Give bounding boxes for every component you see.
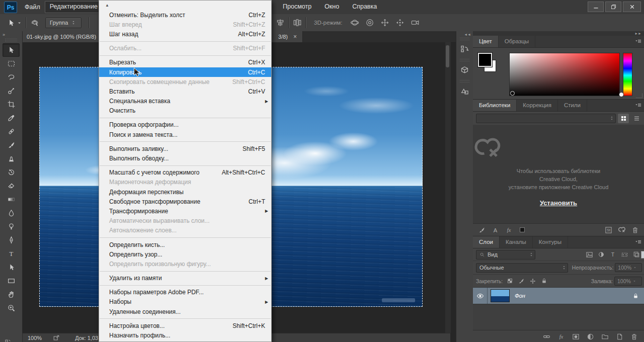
pan-3d-icon[interactable]	[380, 18, 389, 27]
lock-pixels-icon[interactable]	[518, 278, 525, 285]
tab-channels[interactable]: Каналы	[500, 236, 533, 248]
add-layer-style-icon[interactable]: fx	[505, 226, 513, 234]
menu-item-10[interactable]: Специальная вставка▶	[99, 97, 271, 106]
menu-item-19[interactable]: Масштаб с учетом содержимогоAlt+Shift+Ct…	[99, 168, 271, 178]
orbit-3d-icon[interactable]	[350, 18, 359, 27]
tool-preset-caret-icon[interactable]	[17, 20, 22, 26]
panel-menu-icon[interactable]	[634, 102, 642, 109]
align-icon[interactable]	[276, 18, 285, 27]
new-group-icon[interactable]	[601, 333, 609, 340]
share-icon[interactable]	[53, 334, 60, 341]
library-select-dropdown[interactable]	[476, 114, 616, 123]
swap-colors-icon[interactable]	[5, 339, 11, 342]
restore-button[interactable]	[605, 2, 621, 12]
dock-gripper[interactable]	[460, 59, 469, 61]
install-link[interactable]: Установить	[540, 199, 577, 207]
panel-resize-grip[interactable]	[636, 94, 642, 98]
tool-lasso[interactable]	[3, 70, 20, 84]
close-button[interactable]	[623, 2, 641, 12]
menu-item-33[interactable]: Наборы параметров Adobe PDF...	[99, 288, 271, 297]
cc-sync-icon[interactable]	[618, 226, 626, 234]
tool-pen[interactable]	[3, 233, 20, 247]
menu-item-16[interactable]: Выполнить заливку...Shift+F5	[99, 144, 271, 153]
camera-3d-icon[interactable]	[411, 18, 420, 27]
menu-item-34[interactable]: Наборы▶	[99, 297, 271, 307]
menu-item-38[interactable]: Назначить профиль...	[99, 330, 271, 340]
auto-select-group-dropdown[interactable]: Группа	[45, 18, 82, 28]
document-tab-active[interactable]: 01-sky.jpg @ 100% (RGB/8)	[23, 31, 107, 42]
panel-icon-history[interactable]	[458, 42, 472, 56]
tab-layers[interactable]: Слои	[473, 236, 500, 248]
list-view-button[interactable]	[631, 114, 642, 123]
blend-mode-dropdown[interactable]: Обычные	[476, 263, 568, 273]
hue-slider-dot[interactable]	[619, 92, 624, 97]
menu-item-27[interactable]: Определить кисть...	[99, 240, 271, 249]
menu-view[interactable]: Просмотр	[278, 1, 316, 12]
tool-eyedropper[interactable]	[3, 111, 20, 125]
slide-3d-icon[interactable]	[395, 18, 405, 27]
tab-styles[interactable]: Стили	[558, 100, 587, 111]
filter-smart-objects-icon[interactable]	[633, 251, 640, 258]
menu-item-13[interactable]: Проверка орфографии...	[99, 120, 271, 130]
add-mask-icon[interactable]	[572, 333, 580, 340]
tab-swatches[interactable]: Образцы	[499, 36, 535, 47]
menu-item-28[interactable]: Определить узор...	[99, 249, 271, 259]
vertical-scrollbar[interactable]	[445, 42, 451, 333]
tool-clone-stamp[interactable]	[3, 152, 20, 165]
vertical-scrollbar-thumb[interactable]	[446, 45, 449, 67]
tool-history-brush[interactable]	[3, 165, 20, 179]
saturation-box[interactable]	[509, 53, 620, 96]
menu-item-31[interactable]: Удалить из памяти▶	[99, 274, 271, 283]
lock-position-icon[interactable]	[529, 278, 536, 285]
menu-window[interactable]: Окно	[320, 1, 344, 12]
tool-quick-selection[interactable]	[3, 84, 20, 98]
tool-zoom[interactable]	[3, 301, 20, 315]
tool-move[interactable]	[3, 43, 20, 57]
link-layers-icon[interactable]	[543, 333, 550, 340]
menu-item-2[interactable]: Шаг назадAlt+Ctrl+Z	[99, 29, 271, 39]
tab-libraries[interactable]: Библиотеки	[473, 100, 517, 111]
auto-select-icon[interactable]	[30, 18, 39, 27]
dock-gripper[interactable]	[460, 80, 469, 82]
panel-icon-shapes[interactable]	[458, 84, 472, 98]
adjustment-layer-icon[interactable]	[587, 333, 594, 340]
tab-close-icon[interactable]: ×	[292, 34, 298, 40]
menu-item-7[interactable]: КопироватьCtrl+C	[99, 67, 271, 77]
menu-item-23[interactable]: Трансформирование▶	[99, 206, 271, 216]
adobe-stock-icon[interactable]: St	[605, 226, 612, 234]
new-layer-icon[interactable]	[616, 333, 623, 340]
menu-help[interactable]: Справка	[348, 1, 381, 12]
menu-item-14[interactable]: Поиск и замена текста...	[99, 130, 271, 139]
menu-item-9[interactable]: ВставитьCtrl+V	[99, 87, 271, 96]
zoom-level[interactable]: 100%	[28, 335, 42, 341]
minimize-button[interactable]	[588, 2, 604, 12]
layer-style-icon[interactable]: fx	[557, 333, 565, 340]
saturation-marker[interactable]	[510, 91, 515, 96]
filter-shape-layers-icon[interactable]	[621, 251, 628, 259]
menu-scroll-up[interactable]: ▲	[99, 1, 271, 10]
grid-view-button[interactable]	[618, 114, 629, 123]
collapse-panels-icon[interactable]: ►►	[473, 31, 644, 36]
layer-visibility-toggle[interactable]	[473, 288, 488, 304]
menu-item-17[interactable]: Выполнить обводку...	[99, 153, 271, 163]
filter-pixel-layers-icon[interactable]	[586, 251, 593, 259]
tool-path-selection[interactable]	[3, 261, 20, 274]
menu-edit[interactable]: Редактирование	[45, 1, 103, 13]
menu-file[interactable]: Файл	[20, 2, 45, 13]
add-graphic-icon[interactable]	[478, 226, 486, 234]
toolbar-gripper[interactable]	[5, 39, 17, 41]
roll-3d-icon[interactable]	[365, 18, 374, 27]
menu-item-22[interactable]: Свободное трансформированиеCtrl+T	[99, 197, 271, 206]
filter-type-layers-icon[interactable]: T	[609, 251, 616, 258]
lock-all-icon[interactable]	[541, 278, 547, 284]
fill-value-dropdown[interactable]: 100%	[614, 277, 642, 286]
panel-menu-icon[interactable]	[634, 238, 642, 246]
layer-thumbnail[interactable]	[491, 289, 510, 302]
hue-strip[interactable]	[623, 53, 632, 96]
tool-gradient[interactable]	[3, 193, 20, 206]
tool-blur[interactable]	[3, 206, 20, 220]
menu-item-11[interactable]: Очистить	[99, 106, 271, 116]
tool-dodge[interactable]	[3, 220, 20, 233]
opacity-value-dropdown[interactable]: 100%	[615, 263, 642, 272]
tool-shape[interactable]	[3, 274, 20, 288]
